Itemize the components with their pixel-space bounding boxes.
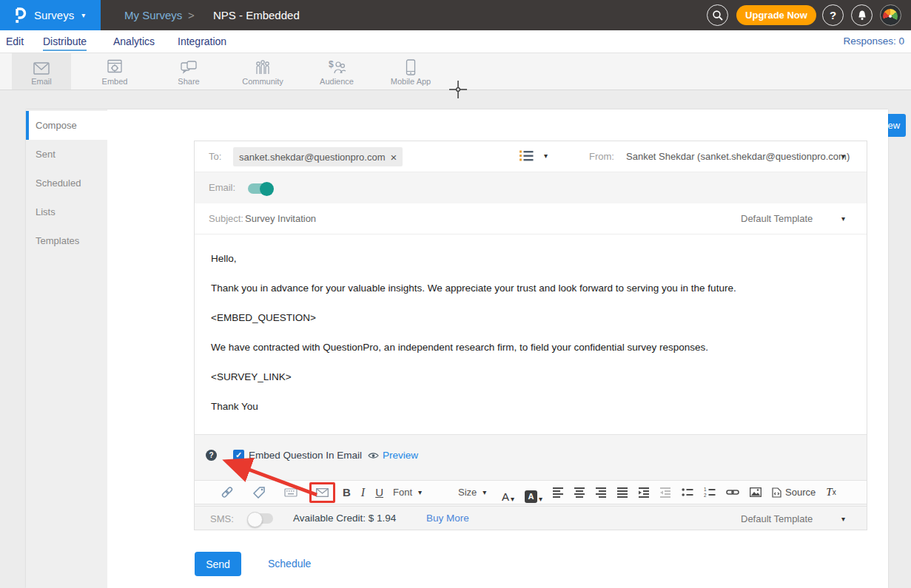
tag-icon (253, 487, 265, 499)
search-icon (712, 10, 724, 21)
email-body-paragraph: <EMBED_QUESTION> (211, 303, 850, 333)
account-avatar[interactable] (880, 4, 901, 26)
breadcrumb-separator: > (188, 0, 195, 30)
chain-link-icon (726, 488, 739, 496)
source-code-icon (772, 487, 781, 498)
surveys-product-menu[interactable]: Surveys ▾ (0, 0, 101, 30)
embed-question-checkbox[interactable]: ✓ (233, 450, 244, 461)
remove-recipient-icon[interactable]: × (390, 151, 397, 163)
keyboard-shortcuts-button[interactable] (275, 482, 307, 503)
buy-more-link[interactable]: Buy More (426, 513, 469, 524)
email-body-editor[interactable]: Hello, Thank you in advance for your val… (195, 234, 867, 434)
email-toggle[interactable] (248, 183, 272, 194)
upgrade-now-button[interactable]: Upgrade Now (736, 5, 816, 25)
schedule-link[interactable]: Schedule (268, 552, 311, 576)
from-value[interactable]: Sanket Shekdar (sanket.shekdar@questionp… (626, 151, 850, 162)
align-center-button[interactable] (569, 482, 591, 503)
channel-tab-label: Audience (320, 77, 354, 86)
share-icon (180, 58, 198, 75)
subject-label: Subject: (209, 213, 243, 224)
justify-button[interactable] (612, 482, 633, 503)
embed-icon (107, 58, 123, 75)
email-template-select[interactable]: Default Template (741, 213, 813, 224)
tab-edit[interactable]: Edit (6, 30, 24, 53)
chevron-down-icon: ▾ (418, 488, 422, 496)
outdent-icon (660, 487, 671, 498)
tab-analytics[interactable]: Analytics (113, 30, 155, 53)
embed-question-toolbar-button[interactable] (309, 482, 335, 503)
merge-tag-button[interactable] (243, 482, 275, 503)
numbered-list-icon: 12 (704, 487, 716, 497)
underline-button[interactable]: U (370, 482, 389, 503)
remove-format-button[interactable]: Tx (821, 482, 841, 503)
subject-input-value[interactable]: Survey Invitation (245, 213, 316, 224)
sidebar-item-scheduled[interactable]: Scheduled (26, 169, 107, 197)
channel-tab-email[interactable]: Email (12, 53, 71, 89)
eye-icon (368, 452, 379, 459)
sms-template-select[interactable]: Default Template (741, 513, 813, 524)
italic-button[interactable]: I (356, 482, 370, 503)
sidebar-item-templates[interactable]: Templates (26, 226, 107, 255)
insert-link-button[interactable] (721, 482, 744, 503)
chevron-down-icon[interactable]: ▾ (841, 515, 845, 523)
breadcrumb-my-surveys[interactable]: My Surveys (124, 0, 182, 30)
channel-tab-share[interactable]: Share (159, 53, 218, 89)
sidebar-item-compose[interactable]: Compose (26, 111, 108, 140)
breadcrumb-survey-name: NPS - Embedded (213, 0, 300, 30)
sms-toggle[interactable] (249, 513, 273, 524)
bulleted-list-button[interactable] (676, 482, 699, 503)
channel-tab-mobile-app[interactable]: Mobile App (381, 53, 440, 89)
sidebar-item-sent[interactable]: Sent (26, 140, 107, 169)
send-button[interactable]: Send (195, 552, 241, 576)
sidebar-item-lists[interactable]: Lists (26, 197, 107, 226)
font-dropdown[interactable]: Font ▾ (389, 483, 454, 502)
help-icon[interactable]: ? (206, 450, 217, 461)
align-right-button[interactable] (591, 482, 612, 503)
distribution-channel-bar: Email Embed Share Community $ Audience (0, 53, 911, 90)
embed-preview-link[interactable]: Preview (368, 450, 418, 461)
tab-integration[interactable]: Integration (178, 30, 226, 53)
help-button[interactable]: ? (822, 4, 844, 26)
insert-survey-link-button[interactable] (211, 482, 243, 503)
email-body-paragraph: Thank you in advance for your valuable i… (211, 274, 850, 303)
embed-question-label: Embed Question In Email (249, 450, 362, 461)
embed-question-row: ? ✓ Embed Question In Email Preview (206, 450, 418, 461)
size-dropdown[interactable]: Size ▾ (454, 483, 497, 502)
background-color-button[interactable]: A▾ (520, 482, 548, 503)
outdent-button[interactable] (655, 482, 676, 503)
bell-icon (856, 10, 868, 21)
text-color-button[interactable]: A▾ (497, 482, 520, 503)
align-left-icon (553, 487, 564, 498)
available-credit-label: Available Credit: $ 1.94 (293, 513, 396, 524)
chevron-down-icon: ▾ (544, 152, 548, 160)
chevron-down-icon[interactable]: ▾ (841, 152, 845, 160)
align-center-icon (574, 487, 585, 498)
list-icon (519, 149, 534, 162)
select-email-list-button[interactable]: ▾ (519, 149, 548, 162)
chevron-down-icon: ▾ (539, 495, 542, 503)
notifications-button[interactable] (851, 4, 873, 26)
search-button[interactable] (707, 4, 728, 26)
svg-text:2: 2 (704, 493, 707, 497)
align-left-button[interactable] (548, 482, 569, 503)
channel-tab-label: Mobile App (391, 77, 431, 86)
channel-tab-label: Community (242, 77, 283, 86)
recipient-chip[interactable]: sanket.shekdar@questionpro.com × (233, 147, 403, 166)
channel-tab-community[interactable]: Community (233, 53, 292, 89)
align-right-icon (596, 487, 607, 498)
rich-text-toolbar: B I U Font ▾ Size ▾ A▾ A▾ (195, 480, 867, 504)
channel-tab-audience[interactable]: $ Audience (307, 53, 366, 89)
svg-text:1: 1 (704, 487, 707, 492)
responses-count[interactable]: Responses: 0 (843, 30, 904, 53)
survey-nav: Edit Distribute Analytics Integration Re… (0, 30, 911, 53)
chevron-down-icon[interactable]: ▾ (841, 214, 845, 223)
bold-button[interactable]: B (337, 482, 356, 503)
email-toggle-label: Email: (209, 182, 235, 193)
source-button[interactable]: Source (767, 482, 821, 503)
insert-image-button[interactable] (744, 482, 767, 503)
channel-tab-embed[interactable]: Embed (85, 53, 144, 89)
bulleted-list-icon (682, 487, 693, 497)
tab-distribute[interactable]: Distribute (43, 30, 87, 53)
numbered-list-button[interactable]: 12 (699, 482, 721, 503)
indent-button[interactable] (633, 482, 655, 503)
